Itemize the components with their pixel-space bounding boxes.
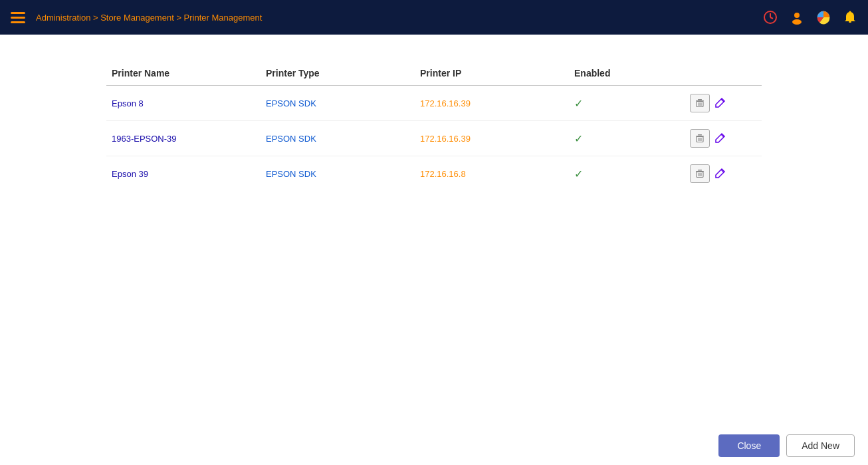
- col-header-type: Printer Type: [261, 61, 415, 86]
- table-body: Epson 8 EPSON SDK 172.16.16.39 ✓: [106, 86, 762, 192]
- footer-actions: Close Add New: [0, 426, 868, 465]
- svg-point-7: [849, 11, 851, 13]
- printer-name-0[interactable]: Epson 8: [106, 86, 261, 121]
- bell-icon[interactable]: [843, 10, 857, 25]
- svg-rect-6: [849, 21, 851, 23]
- close-button[interactable]: Close: [718, 434, 780, 457]
- breadcrumb: Administration > Store Management > Prin…: [36, 13, 262, 23]
- chart-icon[interactable]: [816, 10, 831, 25]
- clock-icon[interactable]: [763, 10, 778, 25]
- breadcrumb-store[interactable]: Store Management: [100, 13, 174, 23]
- delete-button-0[interactable]: [690, 94, 710, 112]
- svg-rect-16: [698, 134, 702, 136]
- printer-type-1: EPSON SDK: [261, 121, 415, 156]
- printer-name-2[interactable]: Epson 39: [106, 156, 261, 192]
- printer-name-1[interactable]: 1963-EPSON-39: [106, 121, 261, 156]
- printer-type-0: EPSON SDK: [261, 86, 415, 121]
- svg-point-3: [794, 13, 800, 18]
- col-header-ip: Printer IP: [415, 61, 569, 86]
- edit-button-0[interactable]: [715, 97, 726, 110]
- breadcrumb-current: Printer Management: [184, 13, 263, 23]
- hamburger-menu[interactable]: [11, 12, 25, 23]
- delete-button-1[interactable]: [690, 129, 710, 148]
- printer-ip-2: 172.16.16.8: [415, 156, 569, 192]
- breadcrumb-admin[interactable]: Administration: [36, 13, 90, 23]
- svg-rect-9: [698, 99, 702, 100]
- app-header: Administration > Store Management > Prin…: [0, 0, 868, 35]
- svg-rect-23: [698, 170, 702, 171]
- printer-table: Printer Name Printer Type Printer IP Ena…: [106, 61, 762, 191]
- table-row: 1963-EPSON-39 EPSON SDK 172.16.16.39 ✓: [106, 121, 762, 156]
- col-header-enabled: Enabled: [569, 61, 685, 86]
- add-new-button[interactable]: Add New: [786, 434, 855, 457]
- table-header: Printer Name Printer Type Printer IP Ena…: [106, 61, 762, 86]
- printer-actions-1: [685, 121, 762, 156]
- printer-actions-0: [685, 86, 762, 121]
- header-left: Administration > Store Management > Prin…: [11, 12, 262, 23]
- edit-button-1[interactable]: [715, 132, 726, 146]
- svg-line-2: [770, 17, 773, 19]
- printer-actions-2: [685, 156, 762, 192]
- printer-enabled-2: ✓: [569, 156, 685, 192]
- header-icons: [763, 10, 857, 25]
- printer-ip-1: 172.16.16.39: [415, 121, 569, 156]
- table-row: Epson 39 EPSON SDK 172.16.16.8 ✓: [106, 156, 762, 192]
- breadcrumb-sep2: >: [174, 13, 184, 23]
- printer-enabled-0: ✓: [569, 86, 685, 121]
- col-header-actions: [685, 61, 762, 86]
- main-content: Printer Name Printer Type Printer IP Ena…: [0, 35, 868, 191]
- table-row: Epson 8 EPSON SDK 172.16.16.39 ✓: [106, 86, 762, 121]
- user-icon[interactable]: [790, 10, 804, 25]
- edit-button-2[interactable]: [715, 168, 726, 181]
- printer-type-2: EPSON SDK: [261, 156, 415, 192]
- printer-enabled-1: ✓: [569, 121, 685, 156]
- col-header-name: Printer Name: [106, 61, 261, 86]
- printer-ip-0: 172.16.16.39: [415, 86, 569, 121]
- svg-point-4: [792, 19, 802, 25]
- delete-button-2[interactable]: [690, 164, 710, 183]
- breadcrumb-sep1: >: [90, 13, 100, 23]
